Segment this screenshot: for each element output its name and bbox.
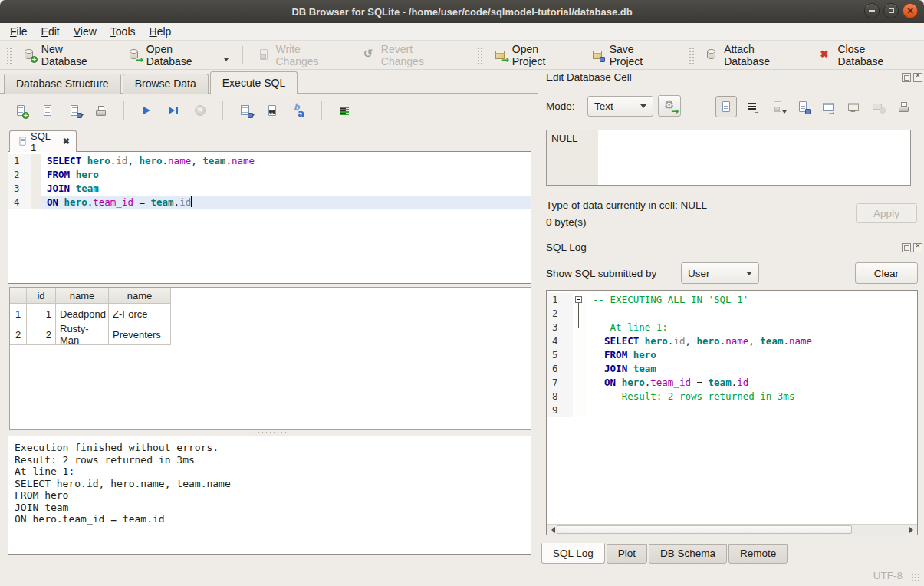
grid-corner[interactable] xyxy=(10,288,27,304)
save-project-button[interactable]: Save Project xyxy=(582,44,678,67)
toolbar-grip[interactable] xyxy=(5,46,12,64)
execute-all-button[interactable] xyxy=(136,100,156,120)
code-text: JOIN team xyxy=(41,182,531,196)
save-cell-data-button[interactable] xyxy=(768,97,788,117)
close-dock-icon[interactable] xyxy=(913,73,922,82)
find-replace-button[interactable] xyxy=(262,100,282,120)
bottom-tab-plot[interactable]: Plot xyxy=(607,544,647,564)
splitter-handle[interactable] xyxy=(253,431,288,434)
code-text: FROM hero xyxy=(41,168,531,182)
tab-browse-data[interactable]: Browse Data xyxy=(123,74,209,94)
format-sql-button[interactable] xyxy=(289,100,309,120)
code-text: SELECT hero.id, hero.name, team.name xyxy=(41,154,531,168)
text-mode-toggle[interactable] xyxy=(715,96,737,117)
attach-database-button[interactable]: Attach Database xyxy=(696,44,810,67)
import-cell-data-button[interactable] xyxy=(793,97,813,117)
save-results-button[interactable] xyxy=(235,100,255,120)
close-dock-icon[interactable] xyxy=(913,243,922,252)
close-database-button[interactable]: Close Database xyxy=(810,44,921,67)
open-sql-file-button[interactable] xyxy=(38,100,58,120)
row-header[interactable]: 2 xyxy=(10,324,27,345)
print-button[interactable] xyxy=(91,100,111,120)
menu-help[interactable]: Help xyxy=(143,24,179,39)
print-cell-button[interactable] xyxy=(894,97,914,117)
tab-sql-1[interactable]: SQL 1 ✖ xyxy=(9,130,77,152)
open-database-dropdown-icon xyxy=(224,58,229,64)
bottom-tab-remote[interactable]: Remote xyxy=(728,544,788,564)
execution-output[interactable]: Execution finished without errors. Resul… xyxy=(8,436,531,555)
code-text: SELECT hero.id, hero.name, team.name xyxy=(587,334,917,348)
scroll-right-icon[interactable] xyxy=(908,525,917,535)
tab-execute-sql[interactable]: Execute SQL xyxy=(210,71,298,94)
column-header-name[interactable]: name xyxy=(56,288,109,304)
revert-changes-button[interactable]: Revert Changes xyxy=(353,44,465,67)
menu-file[interactable]: File xyxy=(3,24,35,39)
table-cell[interactable]: 2 xyxy=(27,324,56,345)
close-tab-icon[interactable]: ✖ xyxy=(63,137,70,146)
minimize-icon xyxy=(869,10,875,12)
table-cell[interactable]: Rusty-Man xyxy=(56,324,109,345)
scrollbar-thumb[interactable] xyxy=(557,525,852,534)
results-table[interactable]: idnamename11DeadpondZ-Force22Rusty-ManPr… xyxy=(9,287,531,430)
toolbar-grip[interactable] xyxy=(476,46,482,64)
scroll-left-icon[interactable] xyxy=(547,525,556,535)
open-database-button[interactable]: → Open Database xyxy=(119,44,237,67)
sql-log-title: SQL Log xyxy=(546,242,587,253)
sql-editor[interactable]: 1SELECT hero.id, hero.name, team.name2FR… xyxy=(8,151,531,284)
execute-current-line-button[interactable] xyxy=(163,100,183,120)
close-button[interactable]: ✕ xyxy=(903,3,918,18)
sql-log-view[interactable]: 1-- EXECUTING ALL IN 'SQL 1'2--3-- At li… xyxy=(546,290,918,535)
horizontal-scrollbar[interactable] xyxy=(547,524,917,535)
row-header[interactable]: 1 xyxy=(10,304,27,324)
table-cell[interactable]: 1 xyxy=(27,304,56,324)
close-database-icon xyxy=(818,48,832,61)
tab-database-structure[interactable]: Database Structure xyxy=(4,74,121,94)
stop-execution-button[interactable] xyxy=(190,100,210,120)
table-cell[interactable]: Z-Force xyxy=(109,304,171,324)
column-header-id[interactable]: id xyxy=(27,288,56,304)
set-null-button[interactable] xyxy=(869,97,889,117)
line-number: 4 xyxy=(8,196,31,209)
export-cell-data-button[interactable] xyxy=(818,97,838,117)
fold-margin xyxy=(31,196,41,209)
code-text: ON hero.team_id = team.id xyxy=(41,196,531,209)
table-cell[interactable]: Deadpond xyxy=(56,304,109,324)
menu-tools[interactable]: Tools xyxy=(104,24,143,39)
dropdown-caret-icon xyxy=(782,110,787,116)
title-bar: DB Browser for SQLite - /home/user/code/… xyxy=(0,0,924,24)
auto-switch-mode-button[interactable]: → xyxy=(658,95,681,117)
word-wrap-button[interactable] xyxy=(334,100,354,120)
menu-edit[interactable]: Edit xyxy=(35,24,67,39)
float-dock-icon[interactable] xyxy=(902,73,911,82)
line-number: 2 xyxy=(547,307,573,321)
clear-log-button[interactable]: Clear xyxy=(855,262,918,284)
bottom-tab-sql-log[interactable]: SQL Log xyxy=(541,543,605,564)
write-changes-button[interactable]: Write Changes xyxy=(248,44,353,67)
window-title: DB Browser for SQLite - /home/user/code/… xyxy=(291,6,632,18)
save-sql-file-button[interactable] xyxy=(64,100,84,120)
line-number: 4 xyxy=(547,334,573,348)
apply-button[interactable]: Apply xyxy=(856,203,917,223)
code-line-3: 3JOIN team xyxy=(8,182,531,196)
save-project-icon xyxy=(590,48,604,61)
cell-value: NULL xyxy=(551,133,578,144)
menu-view[interactable]: View xyxy=(67,24,104,39)
bottom-tab-db-schema[interactable]: DB Schema xyxy=(649,544,727,564)
resize-grip[interactable] xyxy=(911,573,920,582)
column-header-name[interactable]: name xyxy=(109,288,171,304)
log-filter-select[interactable]: User xyxy=(681,262,759,284)
maximize-button[interactable] xyxy=(883,3,899,18)
table-cell[interactable]: Preventers xyxy=(109,324,171,345)
new-database-button[interactable]: + New Database xyxy=(14,44,119,67)
open-project-button[interactable]: → Open Project xyxy=(485,44,582,67)
fold-minus-icon[interactable] xyxy=(573,293,587,307)
cell-value-editor[interactable]: NULL xyxy=(546,130,911,186)
word-wrap-toggle[interactable] xyxy=(742,97,762,117)
print-icon xyxy=(94,104,108,117)
mode-select[interactable]: Text xyxy=(587,96,653,117)
float-dock-icon[interactable] xyxy=(902,243,911,252)
open-in-external-app-button[interactable] xyxy=(843,97,863,117)
open-sql-tab-button[interactable]: + xyxy=(11,100,31,120)
minimize-button[interactable] xyxy=(864,3,880,18)
toolbar-grip[interactable] xyxy=(688,46,694,64)
